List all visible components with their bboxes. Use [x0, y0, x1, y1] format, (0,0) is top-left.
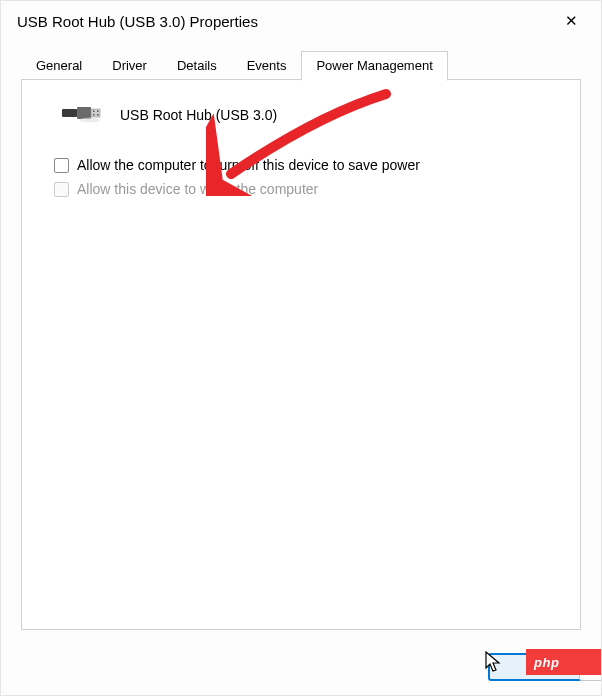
tab-events[interactable]: Events [232, 51, 302, 80]
close-button[interactable]: ✕ [551, 5, 591, 37]
svg-rect-1 [77, 107, 91, 119]
tab-power-management[interactable]: Power Management [301, 51, 447, 81]
checkbox-wake-label: Allow this device to wake the computer [77, 181, 318, 197]
php-watermark-badge: php [526, 649, 601, 675]
svg-rect-3 [93, 111, 95, 113]
svg-rect-5 [93, 114, 95, 116]
usb-plug-icon [62, 102, 102, 127]
svg-rect-0 [62, 109, 77, 117]
tab-driver[interactable]: Driver [97, 51, 162, 80]
checkbox-turn-off-label: Allow the computer to turn off this devi… [77, 157, 420, 173]
checkbox-row-wake: Allow this device to wake the computer [54, 181, 550, 197]
tab-details[interactable]: Details [162, 51, 232, 80]
checkbox-row-turn-off[interactable]: Allow the computer to turn off this devi… [54, 157, 550, 173]
tab-panel-power-management: USB Root Hub (USB 3.0) Allow the compute… [21, 80, 581, 630]
checkbox-turn-off[interactable] [54, 158, 69, 173]
svg-rect-4 [97, 111, 99, 113]
svg-rect-6 [97, 114, 99, 116]
close-icon: ✕ [565, 12, 578, 30]
device-name: USB Root Hub (USB 3.0) [120, 107, 277, 123]
svg-point-7 [80, 118, 100, 123]
checkbox-wake [54, 182, 69, 197]
svg-rect-2 [91, 109, 100, 117]
device-header: USB Root Hub (USB 3.0) [62, 102, 550, 127]
window-title: USB Root Hub (USB 3.0) Properties [17, 13, 258, 30]
tab-general[interactable]: General [21, 51, 97, 80]
titlebar: USB Root Hub (USB 3.0) Properties ✕ [1, 1, 601, 41]
properties-window: USB Root Hub (USB 3.0) Properties ✕ Gene… [0, 0, 602, 696]
tabs-bar: General Driver Details Events Power Mana… [1, 41, 601, 80]
